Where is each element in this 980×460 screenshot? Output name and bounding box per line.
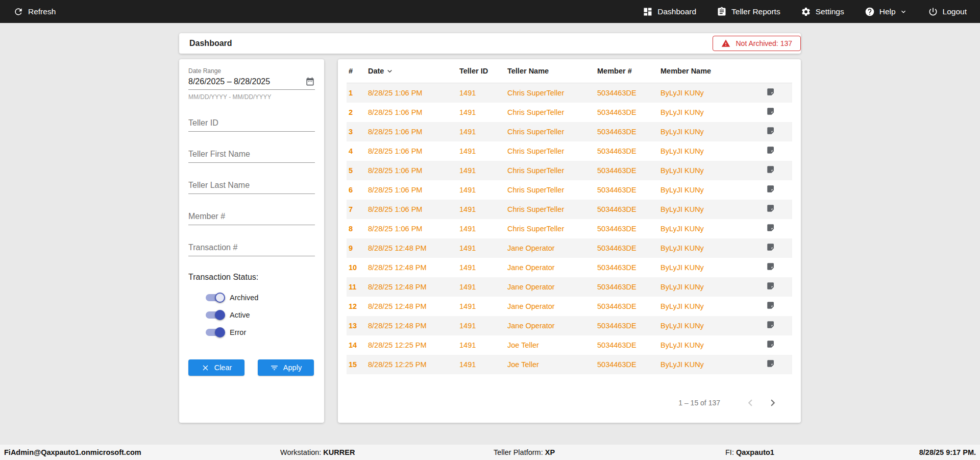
teller-first-name-input[interactable]	[188, 146, 315, 163]
row-number: 4	[347, 141, 368, 161]
main-area: Dashboard Not Archived: 137 Date Range M…	[0, 23, 980, 445]
nav-help[interactable]: Help	[865, 7, 908, 17]
row-member-number: 5034463DE	[597, 141, 660, 161]
note-icon[interactable]	[766, 359, 775, 370]
chevron-right-icon[interactable]	[765, 395, 780, 410]
note-icon[interactable]	[766, 107, 775, 117]
note-icon[interactable]	[766, 243, 775, 253]
row-member-number: 5034463DE	[597, 161, 660, 180]
row-teller-id: 1491	[459, 122, 507, 141]
toggle-switch[interactable]	[206, 294, 224, 301]
row-teller-id: 1491	[459, 316, 507, 335]
row-date: 8/28/25 12:48 PM	[368, 316, 459, 335]
row-date: 8/28/25 12:25 PM	[368, 355, 459, 374]
row-member-name: ByLyJI KUNy	[660, 83, 759, 103]
row-teller-name: Chris SuperTeller	[507, 200, 597, 219]
row-teller-name: Chris SuperTeller	[507, 219, 597, 238]
table-row[interactable]: 5 8/28/25 1:06 PM 1491 Chris SuperTeller…	[347, 161, 792, 180]
table-row[interactable]: 3 8/28/25 1:06 PM 1491 Chris SuperTeller…	[347, 122, 792, 141]
row-member-name: ByLyJI KUNy	[660, 316, 759, 335]
warning-icon	[721, 39, 730, 48]
note-icon[interactable]	[766, 204, 775, 214]
pagination-range-label: 1 – 15 of 137	[678, 399, 720, 407]
table-row[interactable]: 10 8/28/25 12:48 PM 1491 Jane Operator 5…	[347, 258, 792, 277]
clear-button-label: Clear	[214, 364, 232, 372]
transaction-number-input[interactable]	[188, 239, 315, 256]
transactions-table: # Date Teller ID Teller Name	[347, 59, 792, 374]
row-number: 8	[347, 219, 368, 238]
not-archived-badge[interactable]: Not Archived: 137	[713, 36, 801, 51]
note-icon[interactable]	[766, 146, 775, 156]
row-teller-name: Jane Operator	[507, 258, 597, 277]
row-member-name: ByLyJI KUNy	[660, 297, 759, 316]
column-header-member-name[interactable]: Member Name	[660, 59, 759, 83]
table-row[interactable]: 4 8/28/25 1:06 PM 1491 Chris SuperTeller…	[347, 141, 792, 161]
row-teller-name: Jane Operator	[507, 277, 597, 297]
row-number: 7	[347, 200, 368, 219]
status-toggle-row: Archived	[206, 289, 315, 306]
row-teller-id: 1491	[459, 161, 507, 180]
column-header-teller-name[interactable]: Teller Name	[507, 59, 597, 83]
toggle-label: Archived	[230, 294, 258, 302]
note-icon[interactable]	[766, 301, 775, 311]
nav-right-group: Dashboard Teller Reports Settings Help	[643, 7, 967, 17]
table-row[interactable]: 11 8/28/25 12:48 PM 1491 Jane Operator 5…	[347, 277, 792, 297]
row-teller-id: 1491	[459, 335, 507, 355]
row-date: 8/28/25 12:48 PM	[368, 238, 459, 258]
row-member-number: 5034463DE	[597, 297, 660, 316]
note-icon[interactable]	[766, 184, 775, 195]
toggle-switch[interactable]	[206, 311, 224, 319]
table-row[interactable]: 12 8/28/25 12:48 PM 1491 Jane Operator 5…	[347, 297, 792, 316]
note-icon[interactable]	[766, 340, 775, 350]
row-number: 14	[347, 335, 368, 355]
nav-dashboard[interactable]: Dashboard	[643, 7, 696, 17]
nav-teller-reports-label: Teller Reports	[731, 7, 780, 16]
table-row[interactable]: 8 8/28/25 1:06 PM 1491 Chris SuperTeller…	[347, 219, 792, 238]
table-row[interactable]: 15 8/28/25 12:25 PM 1491 Joe Teller 5034…	[347, 355, 792, 374]
not-archived-label: Not Archived: 137	[736, 39, 792, 47]
column-header-date[interactable]: Date	[368, 59, 459, 83]
row-teller-id: 1491	[459, 297, 507, 316]
nav-settings[interactable]: Settings	[801, 7, 844, 17]
clipboard-icon	[717, 7, 727, 17]
note-icon[interactable]	[766, 126, 775, 137]
member-number-input[interactable]	[188, 208, 315, 225]
note-icon[interactable]	[766, 223, 775, 234]
table-row[interactable]: 9 8/28/25 12:48 PM 1491 Jane Operator 50…	[347, 238, 792, 258]
table-row[interactable]: 2 8/28/25 1:06 PM 1491 Chris SuperTeller…	[347, 103, 792, 122]
row-member-number: 5034463DE	[597, 238, 660, 258]
row-teller-id: 1491	[459, 83, 507, 103]
date-range-input[interactable]	[188, 77, 305, 86]
note-icon[interactable]	[766, 320, 775, 331]
toggle-switch[interactable]	[206, 329, 224, 336]
chevron-left-icon[interactable]	[743, 395, 758, 410]
refresh-button[interactable]: Refresh	[13, 7, 56, 17]
filter-panel: Date Range MM/DD/YYYY - MM/DD/YYYY	[179, 59, 324, 423]
teller-last-name-input[interactable]	[188, 177, 315, 194]
table-row[interactable]: 13 8/28/25 12:48 PM 1491 Jane Operator 5…	[347, 316, 792, 335]
teller-id-input[interactable]	[188, 114, 315, 132]
calendar-icon[interactable]	[305, 77, 315, 86]
table-row[interactable]: 14 8/28/25 12:25 PM 1491 Joe Teller 5034…	[347, 335, 792, 355]
note-icon[interactable]	[766, 165, 775, 176]
close-icon	[201, 364, 210, 372]
note-icon[interactable]	[766, 262, 775, 273]
row-member-name: ByLyJI KUNy	[660, 277, 759, 297]
row-member-name: ByLyJI KUNy	[660, 180, 759, 200]
nav-logout[interactable]: Logout	[928, 7, 967, 17]
row-member-number: 5034463DE	[597, 277, 660, 297]
column-header-member-number[interactable]: Member #	[597, 59, 660, 83]
workstation-info: Workstation: KURRER	[280, 448, 355, 456]
note-icon[interactable]	[766, 281, 775, 292]
row-date: 8/28/25 1:06 PM	[368, 200, 459, 219]
clear-button[interactable]: Clear	[188, 359, 244, 376]
row-number: 10	[347, 258, 368, 277]
column-header-teller-id[interactable]: Teller ID	[459, 59, 507, 83]
table-row[interactable]: 7 8/28/25 1:06 PM 1491 Chris SuperTeller…	[347, 200, 792, 219]
apply-button[interactable]: Apply	[258, 359, 314, 376]
row-teller-name: Jane Operator	[507, 297, 597, 316]
table-row[interactable]: 6 8/28/25 1:06 PM 1491 Chris SuperTeller…	[347, 180, 792, 200]
nav-teller-reports[interactable]: Teller Reports	[717, 7, 780, 17]
note-icon[interactable]	[766, 87, 775, 98]
table-row[interactable]: 1 8/28/25 1:06 PM 1491 Chris SuperTeller…	[347, 83, 792, 103]
